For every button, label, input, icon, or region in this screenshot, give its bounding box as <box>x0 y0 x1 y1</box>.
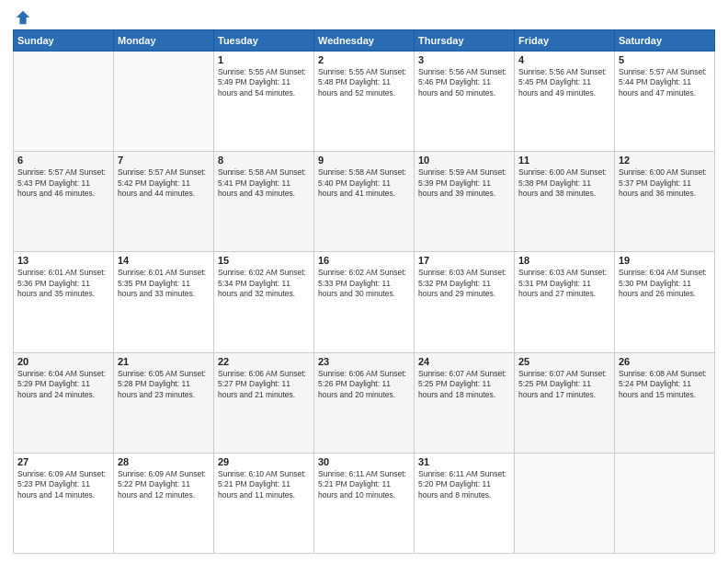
calendar-cell: 22Sunrise: 6:06 AM Sunset: 5:27 PM Dayli… <box>214 352 314 453</box>
day-info: Sunrise: 6:04 AM Sunset: 5:30 PM Dayligh… <box>619 268 711 299</box>
calendar-cell: 7Sunrise: 5:57 AM Sunset: 5:42 PM Daylig… <box>114 152 214 252</box>
calendar-cell <box>14 52 114 152</box>
day-info: Sunrise: 6:02 AM Sunset: 5:33 PM Dayligh… <box>318 268 410 299</box>
calendar-week-row: 20Sunrise: 6:04 AM Sunset: 5:29 PM Dayli… <box>14 352 715 453</box>
day-info: Sunrise: 5:55 AM Sunset: 5:49 PM Dayligh… <box>218 67 310 98</box>
calendar-cell: 8Sunrise: 5:58 AM Sunset: 5:41 PM Daylig… <box>214 152 314 252</box>
calendar-week-row: 13Sunrise: 6:01 AM Sunset: 5:36 PM Dayli… <box>14 252 715 352</box>
header <box>13 9 715 22</box>
calendar-cell: 27Sunrise: 6:09 AM Sunset: 5:23 PM Dayli… <box>14 453 114 553</box>
day-info: Sunrise: 6:05 AM Sunset: 5:28 PM Dayligh… <box>118 369 210 400</box>
day-number: 19 <box>619 255 711 266</box>
calendar-header-row: SundayMondayTuesdayWednesdayThursdayFrid… <box>14 30 715 52</box>
day-info: Sunrise: 6:07 AM Sunset: 5:25 PM Dayligh… <box>418 369 510 400</box>
calendar-cell <box>114 52 214 152</box>
calendar-cell: 5Sunrise: 5:57 AM Sunset: 5:44 PM Daylig… <box>615 52 715 152</box>
day-number: 17 <box>418 255 510 266</box>
day-info: Sunrise: 6:01 AM Sunset: 5:35 PM Dayligh… <box>118 268 210 299</box>
day-number: 30 <box>318 456 410 467</box>
day-info: Sunrise: 6:10 AM Sunset: 5:21 PM Dayligh… <box>218 469 310 500</box>
day-info: Sunrise: 6:01 AM Sunset: 5:36 PM Dayligh… <box>17 268 109 299</box>
calendar-cell: 2Sunrise: 5:55 AM Sunset: 5:48 PM Daylig… <box>314 52 415 152</box>
day-number: 14 <box>118 255 210 266</box>
day-number: 2 <box>318 54 410 65</box>
day-number: 16 <box>318 255 410 266</box>
calendar-cell: 26Sunrise: 6:08 AM Sunset: 5:24 PM Dayli… <box>615 352 715 453</box>
day-number: 3 <box>418 54 510 65</box>
day-number: 18 <box>518 255 610 266</box>
calendar-table: SundayMondayTuesdayWednesdayThursdayFrid… <box>13 29 715 554</box>
day-info: Sunrise: 6:00 AM Sunset: 5:38 PM Dayligh… <box>518 167 610 199</box>
calendar-cell: 23Sunrise: 6:06 AM Sunset: 5:26 PM Dayli… <box>314 352 415 453</box>
day-number: 22 <box>218 356 310 367</box>
day-number: 24 <box>418 356 510 367</box>
calendar-cell: 13Sunrise: 6:01 AM Sunset: 5:36 PM Dayli… <box>14 252 114 352</box>
day-info: Sunrise: 6:03 AM Sunset: 5:32 PM Dayligh… <box>418 268 510 299</box>
day-number: 12 <box>619 155 711 166</box>
day-info: Sunrise: 6:09 AM Sunset: 5:22 PM Dayligh… <box>118 469 210 500</box>
calendar-cell <box>615 453 715 553</box>
day-info: Sunrise: 6:08 AM Sunset: 5:24 PM Dayligh… <box>619 369 711 400</box>
svg-marker-0 <box>17 11 29 24</box>
calendar-week-row: 6Sunrise: 5:57 AM Sunset: 5:43 PM Daylig… <box>14 152 715 252</box>
day-info: Sunrise: 6:06 AM Sunset: 5:27 PM Dayligh… <box>218 369 310 400</box>
calendar-header-friday: Friday <box>515 30 615 52</box>
day-number: 10 <box>418 155 510 166</box>
day-info: Sunrise: 6:06 AM Sunset: 5:26 PM Dayligh… <box>318 369 410 400</box>
calendar-header-monday: Monday <box>114 30 214 52</box>
calendar-cell: 31Sunrise: 6:11 AM Sunset: 5:20 PM Dayli… <box>415 453 515 553</box>
day-number: 7 <box>118 155 210 166</box>
calendar-cell: 29Sunrise: 6:10 AM Sunset: 5:21 PM Dayli… <box>214 453 314 553</box>
day-info: Sunrise: 5:56 AM Sunset: 5:45 PM Dayligh… <box>518 67 610 98</box>
day-info: Sunrise: 5:57 AM Sunset: 5:43 PM Dayligh… <box>17 167 109 199</box>
calendar-cell: 15Sunrise: 6:02 AM Sunset: 5:34 PM Dayli… <box>214 252 314 352</box>
day-info: Sunrise: 5:57 AM Sunset: 5:42 PM Dayligh… <box>118 167 210 199</box>
day-number: 28 <box>118 456 210 467</box>
day-info: Sunrise: 6:03 AM Sunset: 5:31 PM Dayligh… <box>518 268 610 299</box>
calendar-week-row: 27Sunrise: 6:09 AM Sunset: 5:23 PM Dayli… <box>14 453 715 553</box>
calendar-cell: 19Sunrise: 6:04 AM Sunset: 5:30 PM Dayli… <box>615 252 715 352</box>
logo-icon <box>15 9 31 26</box>
calendar-cell: 25Sunrise: 6:07 AM Sunset: 5:25 PM Dayli… <box>515 352 615 453</box>
calendar-cell: 18Sunrise: 6:03 AM Sunset: 5:31 PM Dayli… <box>515 252 615 352</box>
day-number: 31 <box>418 456 510 467</box>
calendar-header-saturday: Saturday <box>615 30 715 52</box>
day-number: 27 <box>17 456 109 467</box>
calendar-header-wednesday: Wednesday <box>314 30 415 52</box>
calendar-cell: 28Sunrise: 6:09 AM Sunset: 5:22 PM Dayli… <box>114 453 214 553</box>
day-info: Sunrise: 6:02 AM Sunset: 5:34 PM Dayligh… <box>218 268 310 299</box>
day-number: 29 <box>218 456 310 467</box>
day-number: 4 <box>518 54 610 65</box>
day-info: Sunrise: 6:11 AM Sunset: 5:21 PM Dayligh… <box>318 469 410 500</box>
calendar-cell: 21Sunrise: 6:05 AM Sunset: 5:28 PM Dayli… <box>114 352 214 453</box>
day-number: 26 <box>619 356 711 367</box>
day-number: 20 <box>17 356 109 367</box>
day-info: Sunrise: 6:11 AM Sunset: 5:20 PM Dayligh… <box>418 469 510 500</box>
day-number: 8 <box>218 155 310 166</box>
day-number: 13 <box>17 255 109 266</box>
calendar-cell: 16Sunrise: 6:02 AM Sunset: 5:33 PM Dayli… <box>314 252 415 352</box>
day-number: 1 <box>218 54 310 65</box>
calendar-cell: 24Sunrise: 6:07 AM Sunset: 5:25 PM Dayli… <box>415 352 515 453</box>
day-info: Sunrise: 5:58 AM Sunset: 5:41 PM Dayligh… <box>218 167 310 199</box>
day-info: Sunrise: 5:56 AM Sunset: 5:46 PM Dayligh… <box>418 67 510 98</box>
day-info: Sunrise: 6:09 AM Sunset: 5:23 PM Dayligh… <box>17 469 109 500</box>
day-number: 11 <box>518 155 610 166</box>
calendar-cell: 10Sunrise: 5:59 AM Sunset: 5:39 PM Dayli… <box>415 152 515 252</box>
calendar-cell: 3Sunrise: 5:56 AM Sunset: 5:46 PM Daylig… <box>415 52 515 152</box>
page: SundayMondayTuesdayWednesdayThursdayFrid… <box>0 0 728 563</box>
calendar-cell: 1Sunrise: 5:55 AM Sunset: 5:49 PM Daylig… <box>214 52 314 152</box>
day-info: Sunrise: 5:57 AM Sunset: 5:44 PM Dayligh… <box>619 67 711 98</box>
calendar-cell: 11Sunrise: 6:00 AM Sunset: 5:38 PM Dayli… <box>515 152 615 252</box>
day-info: Sunrise: 6:07 AM Sunset: 5:25 PM Dayligh… <box>518 369 610 400</box>
calendar-cell <box>515 453 615 553</box>
day-number: 21 <box>118 356 210 367</box>
day-number: 5 <box>619 54 711 65</box>
day-number: 23 <box>318 356 410 367</box>
day-info: Sunrise: 6:04 AM Sunset: 5:29 PM Dayligh… <box>17 369 109 400</box>
calendar-header-thursday: Thursday <box>415 30 515 52</box>
calendar-cell: 9Sunrise: 5:58 AM Sunset: 5:40 PM Daylig… <box>314 152 415 252</box>
day-number: 6 <box>17 155 109 166</box>
logo <box>13 9 31 22</box>
day-info: Sunrise: 6:00 AM Sunset: 5:37 PM Dayligh… <box>619 167 711 199</box>
